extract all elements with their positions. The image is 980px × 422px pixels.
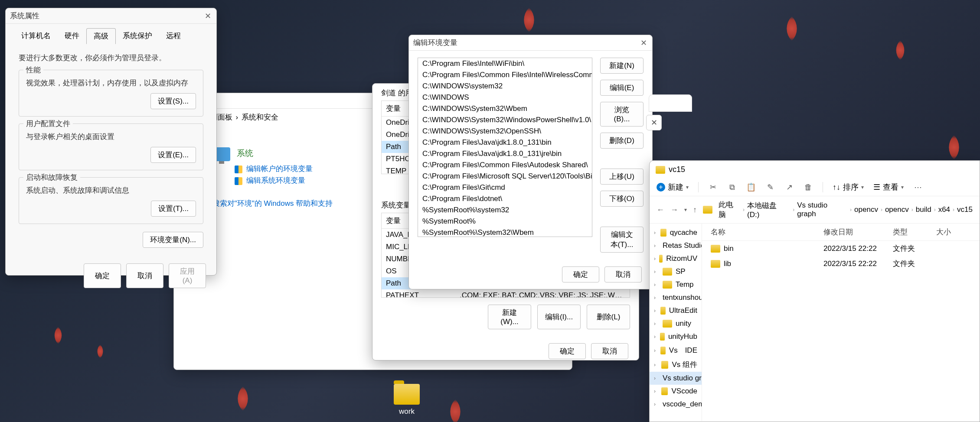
startup-settings-button[interactable]: 设置(T)... (151, 201, 196, 217)
new-button[interactable]: 新建(N) (600, 58, 644, 74)
titlebar[interactable]: 编辑环境变量 ✕ (409, 35, 652, 51)
forward-icon[interactable]: → (670, 205, 678, 214)
ok-button[interactable]: 确定 (549, 343, 586, 359)
path-item[interactable]: C:\WINDOWS\System32\WindowsPowerShell\v1… (418, 114, 592, 126)
tab-system-protection[interactable]: 系统保护 (116, 28, 159, 44)
cut-icon[interactable]: ✂ (708, 182, 718, 192)
path-item[interactable]: C:\Program Files\Git\cmd (418, 182, 592, 193)
env-vars-button[interactable]: 环境变量(N)... (143, 232, 203, 248)
new-button[interactable]: 新建(W)... (488, 305, 531, 329)
crumb[interactable]: Vs studio graph (797, 201, 847, 218)
profile-settings-button[interactable]: 设置(E)... (150, 147, 196, 163)
more-icon[interactable]: ⋯ (913, 182, 923, 192)
system-heading[interactable]: 系统 (237, 149, 253, 158)
path-list[interactable]: C:\Program Files\Intel\WiFi\bin\C:\Progr… (418, 58, 592, 237)
titlebar[interactable]: 系统属性 ✕ (6, 8, 216, 24)
tree-item[interactable]: ›Vs IDE (650, 343, 702, 357)
path-item[interactable]: C:\Program Files\Microsoft SQL Server\12… (418, 171, 592, 182)
move-down-button[interactable]: 下移(O) (600, 191, 644, 207)
tree-item[interactable]: ›unityHub (650, 330, 702, 343)
up-icon[interactable]: ↑ (693, 205, 697, 214)
file-row[interactable]: bin2022/3/15 22:22文件夹 (702, 241, 980, 256)
close-icon[interactable]: ✕ (646, 115, 662, 130)
view-button[interactable]: ☰ 查看 ▾ (873, 182, 904, 192)
col-date[interactable]: 修改日期 (823, 227, 893, 237)
tree-item[interactable]: ›unity (650, 317, 702, 330)
tree-item[interactable]: ›Retas Studio (650, 239, 702, 252)
tree-item[interactable]: ›SP (650, 265, 702, 278)
tree-item[interactable]: ›UltraEdit (650, 304, 702, 317)
var-row[interactable]: PATHEXT.COM;.EXE;.BAT;.CMD;.VBS;.VBE;.JS… (382, 289, 630, 298)
crumb[interactable]: 本地磁盘 (D:) (747, 201, 790, 219)
edit-button[interactable]: 编辑(E) (600, 80, 644, 96)
back-icon[interactable]: ← (657, 205, 664, 214)
edit-user-env-link[interactable]: 编辑帐户的环境变量 (246, 165, 313, 173)
path-item[interactable]: C:\WINDOWS\System32\OpenSSH\ (418, 126, 592, 137)
col-size[interactable]: 大小 (936, 227, 971, 237)
file-row[interactable]: lib2022/3/15 22:22文件夹 (702, 256, 980, 271)
close-icon[interactable]: ✕ (639, 39, 648, 47)
crumb[interactable]: opencv (854, 205, 878, 214)
path-item[interactable]: %SystemRoot%\System32\Wbem (418, 227, 592, 237)
crumb[interactable]: x64 (938, 205, 950, 214)
path-item[interactable]: C:\Program Files\Intel\WiFi\bin\ (418, 58, 592, 69)
tree-item[interactable]: ›qycache (650, 226, 702, 239)
titlebar[interactable]: vc15 (650, 161, 980, 179)
chevron-down-icon[interactable]: ▾ (684, 207, 687, 213)
edit-text-button[interactable]: 编辑文本(T)... (600, 227, 644, 253)
tab-hardware[interactable]: 硬件 (58, 28, 86, 44)
tree-item[interactable]: ›vscode_dem (650, 398, 702, 411)
tree-item[interactable]: ›tentxunshouy (650, 291, 702, 304)
path-item[interactable]: %SystemRoot%\system32 (418, 205, 592, 216)
delete-button[interactable]: 删除(D) (600, 133, 644, 149)
path-item[interactable]: C:\Program Files\Common Files\Autodesk S… (418, 159, 592, 171)
crumb[interactable]: 系统和安全 (242, 112, 278, 122)
path-item[interactable]: C:\Program Files\dotnet\ (418, 193, 592, 205)
move-up-button[interactable]: 上移(U) (600, 169, 644, 185)
delete-icon[interactable]: 🗑 (804, 182, 813, 192)
sort-button[interactable]: ↑↓ 排序 ▾ (833, 182, 864, 192)
tree-item[interactable]: ›VScode (650, 385, 702, 398)
crumb[interactable]: vc15 (957, 205, 973, 214)
ok-button[interactable]: 确定 (84, 263, 121, 288)
crumb[interactable]: 此电脑 (719, 200, 740, 220)
delete-button[interactable]: 删除(L) (587, 305, 630, 329)
tree-item[interactable]: ›Vs 组件 (650, 357, 702, 372)
perf-settings-button[interactable]: 设置(S)... (150, 93, 196, 109)
path-item[interactable]: C:\WINDOWS (418, 92, 592, 103)
cancel-button[interactable]: 取消 (591, 343, 628, 359)
cancel-button[interactable]: 取消 (604, 266, 642, 282)
col-type[interactable]: 类型 (893, 227, 936, 237)
rename-icon[interactable]: ✎ (765, 182, 775, 192)
share-icon[interactable]: ↗ (784, 182, 794, 192)
copy-icon[interactable]: ⧉ (727, 182, 737, 192)
path-item[interactable]: C:\WINDOWS\system32 (418, 81, 592, 92)
tab-computer-name[interactable]: 计算机名 (14, 28, 58, 44)
tree-item[interactable]: ›Vs studio gr (650, 372, 702, 385)
edit-button[interactable]: 编辑(I)... (537, 305, 581, 329)
folder-tree[interactable]: ›qycache›Retas Studio›RizomUV›SP›Temp›te… (650, 224, 702, 421)
apply-button[interactable]: 应用(A) (169, 263, 206, 288)
tree-item[interactable]: ›Temp (650, 278, 702, 291)
tree-item[interactable]: ›RizomUV (650, 252, 702, 265)
help-link[interactable]: 搜索对"环境"的 Windows 帮助和支持 (212, 199, 333, 208)
tab-advanced[interactable]: 高级 (86, 28, 116, 44)
path-item[interactable]: C:\Program Files\Common Files\Intel\Wire… (418, 69, 592, 81)
crumb[interactable]: opencv (885, 205, 909, 214)
edit-sys-env-link[interactable]: 编辑系统环境变量 (246, 176, 305, 185)
paste-icon[interactable]: 📋 (746, 182, 756, 192)
ok-button[interactable]: 确定 (562, 266, 599, 282)
path-item[interactable]: C:\Program Files\Java\jdk1.8.0_131\jre\b… (418, 148, 592, 159)
browse-button[interactable]: 浏览(B)... (600, 102, 644, 127)
close-icon[interactable]: ✕ (203, 12, 212, 20)
path-item[interactable]: C:\Program Files\Java\jdk1.8.0_131\bin (418, 137, 592, 148)
tab-remote[interactable]: 远程 (159, 28, 188, 44)
crumb-sep: › (934, 207, 936, 213)
cancel-button[interactable]: 取消 (126, 263, 163, 288)
path-item[interactable]: %SystemRoot% (418, 216, 592, 227)
crumb[interactable]: build (916, 205, 931, 214)
desktop-folder-work[interactable]: work (394, 384, 420, 416)
new-button[interactable]: + 新建 ▾ (657, 182, 689, 192)
col-name[interactable]: 名称 (711, 227, 823, 237)
path-item[interactable]: C:\WINDOWS\System32\Wbem (418, 103, 592, 114)
